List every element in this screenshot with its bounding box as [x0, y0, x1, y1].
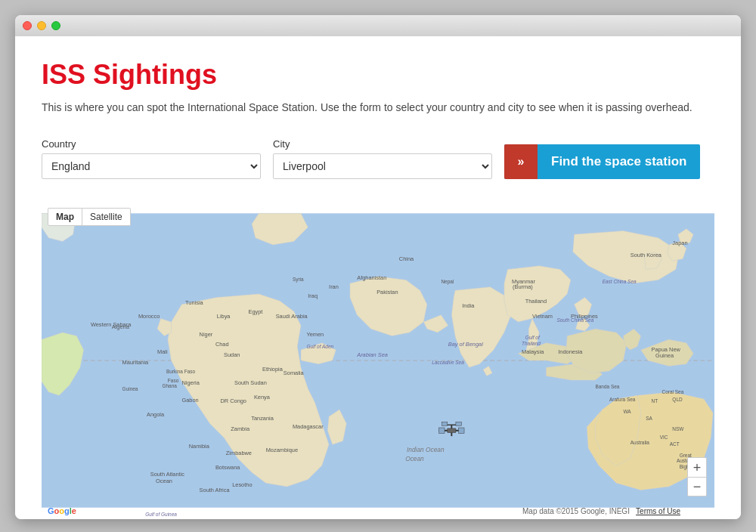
- svg-text:WA: WA: [623, 409, 631, 414]
- svg-text:Somalia: Somalia: [284, 370, 305, 376]
- svg-text:Tunisia: Tunisia: [185, 299, 203, 306]
- city-label: City: [273, 138, 492, 150]
- page-description: This is where you can spot the Internati…: [42, 100, 714, 116]
- svg-rect-86: [459, 428, 464, 433]
- svg-text:Ghana: Ghana: [162, 383, 177, 388]
- svg-text:Australia: Australia: [631, 440, 650, 445]
- svg-text:DR Congo: DR Congo: [220, 397, 246, 404]
- map-controls: Map Satellite: [48, 208, 131, 226]
- svg-text:Chad: Chad: [215, 341, 229, 348]
- svg-text:Guinea: Guinea: [655, 352, 674, 359]
- svg-text:South China Sea: South China Sea: [556, 317, 593, 323]
- svg-text:Yemen: Yemen: [306, 331, 324, 338]
- svg-text:Ethiopia: Ethiopia: [262, 366, 284, 373]
- svg-text:Thailand: Thailand: [522, 341, 541, 346]
- map-attribution: Map data ©2015 Google, INEGI Terms of Us…: [522, 507, 680, 515]
- svg-text:Syria: Syria: [293, 277, 304, 283]
- svg-text:Malaysia: Malaysia: [522, 348, 544, 355]
- svg-text:Laccadive Sea: Laccadive Sea: [432, 360, 464, 365]
- svg-text:Nepal: Nepal: [441, 279, 454, 285]
- svg-text:Gulf of Guinea: Gulf of Guinea: [145, 512, 177, 517]
- svg-text:NT: NT: [652, 398, 658, 404]
- city-field-group: City Liverpool London Manchester Birming…: [273, 138, 492, 179]
- svg-text:Gulf of Aden: Gulf of Aden: [306, 344, 333, 349]
- svg-text:ACT: ACT: [670, 441, 680, 447]
- country-label: Country: [42, 138, 261, 150]
- close-button[interactable]: [23, 21, 32, 30]
- svg-text:SA: SA: [646, 416, 652, 421]
- svg-text:Iran: Iran: [329, 283, 339, 290]
- svg-text:Libya: Libya: [217, 313, 231, 320]
- svg-text:Egypt: Egypt: [248, 308, 262, 315]
- find-button-label: Find the space station: [538, 154, 700, 169]
- svg-text:Bay of Bengal: Bay of Bengal: [448, 341, 483, 348]
- svg-text:Zambia: Zambia: [231, 425, 250, 432]
- svg-text:Pakistan: Pakistan: [376, 289, 398, 295]
- find-button-icon: »: [504, 144, 538, 179]
- svg-text:Thailand: Thailand: [525, 298, 547, 305]
- svg-text:Angola: Angola: [147, 411, 165, 418]
- svg-text:Burkina Faso: Burkina Faso: [166, 369, 196, 374]
- svg-text:Western Sahara: Western Sahara: [91, 322, 132, 329]
- page-title: ISS Sightings: [42, 59, 714, 91]
- map-attribution-text: Map data ©2015 Google, INEGI: [522, 507, 630, 515]
- svg-text:VIC: VIC: [660, 435, 668, 440]
- svg-text:East China Sea: East China Sea: [603, 279, 637, 284]
- svg-text:Indian Ocean: Indian Ocean: [407, 446, 445, 453]
- svg-text:Lesotho: Lesotho: [232, 481, 252, 488]
- svg-text:Banda Sea: Banda Sea: [595, 384, 619, 389]
- city-select[interactable]: Liverpool London Manchester Birmingham L…: [273, 153, 492, 179]
- svg-text:NSW: NSW: [672, 426, 684, 431]
- country-select[interactable]: England Scotland Wales Northern Ireland …: [42, 153, 261, 179]
- page-content: ISS Sightings This is where you can spot…: [15, 36, 741, 519]
- google-logo: Google: [48, 506, 76, 515]
- form-row: Country England Scotland Wales Northern …: [42, 138, 714, 179]
- svg-text:Ocean: Ocean: [405, 455, 424, 462]
- svg-text:Ocean: Ocean: [156, 478, 172, 484]
- svg-text:China: China: [399, 255, 414, 262]
- svg-text:Saudi Arabia: Saudi Arabia: [276, 313, 308, 320]
- svg-text:Mauritania: Mauritania: [122, 359, 149, 366]
- terms-of-use-link[interactable]: Terms of Use: [636, 507, 680, 515]
- svg-text:Coral Sea: Coral Sea: [662, 389, 683, 394]
- svg-text:(Burma): (Burma): [513, 283, 533, 290]
- country-field-group: Country England Scotland Wales Northern …: [42, 138, 261, 179]
- minimize-button[interactable]: [37, 21, 46, 30]
- app-window: ISS Sightings This is where you can spot…: [15, 15, 741, 519]
- map-tab-map[interactable]: Map: [48, 208, 82, 226]
- svg-text:Arabian Sea: Arabian Sea: [356, 351, 388, 358]
- svg-text:Afghanistan: Afghanistan: [357, 274, 386, 281]
- svg-text:Gulf of: Gulf of: [525, 335, 541, 340]
- svg-text:Indonesia: Indonesia: [558, 348, 583, 355]
- svg-text:Guinea: Guinea: [122, 386, 138, 391]
- svg-text:Vietnam: Vietnam: [532, 313, 553, 320]
- svg-rect-89: [456, 422, 461, 426]
- svg-text:South Korea: South Korea: [631, 252, 662, 258]
- zoom-in-button[interactable]: +: [687, 457, 707, 477]
- titlebar: [15, 15, 741, 36]
- svg-text:Mozambique: Mozambique: [266, 447, 298, 453]
- svg-text:Arafura Sea: Arafura Sea: [609, 397, 636, 402]
- svg-text:South Sudan: South Sudan: [234, 379, 267, 386]
- svg-text:Sudan: Sudan: [224, 351, 240, 358]
- svg-rect-88: [442, 422, 447, 426]
- svg-text:Gabon: Gabon: [181, 397, 198, 404]
- svg-text:Iraq: Iraq: [308, 292, 318, 299]
- map-container: South Atlantic Ocean Algeria Angola Nige…: [42, 202, 714, 519]
- zoom-controls: + −: [687, 457, 707, 496]
- svg-text:Tanzania: Tanzania: [251, 415, 274, 422]
- svg-text:India: India: [462, 302, 475, 309]
- find-button[interactable]: » Find the space station: [504, 144, 700, 179]
- svg-text:Zimbabwe: Zimbabwe: [226, 450, 252, 456]
- zoom-out-button[interactable]: −: [687, 477, 707, 496]
- svg-text:Nigeria: Nigeria: [181, 379, 200, 386]
- map-tab-satellite[interactable]: Satellite: [82, 208, 131, 226]
- maximize-button[interactable]: [51, 21, 60, 30]
- svg-text:Morocco: Morocco: [138, 313, 160, 320]
- svg-rect-85: [439, 428, 445, 433]
- svg-rect-84: [448, 428, 456, 433]
- svg-text:QLD: QLD: [672, 397, 683, 403]
- svg-text:Niger: Niger: [200, 331, 213, 338]
- svg-text:Japan: Japan: [672, 240, 687, 246]
- svg-text:South Atlantic: South Atlantic: [150, 471, 185, 478]
